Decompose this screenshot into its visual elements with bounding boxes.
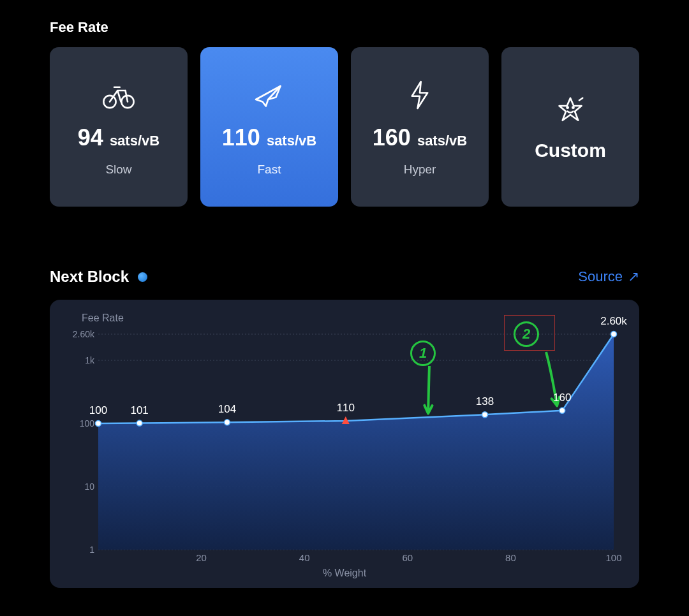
chart-point-label: 100: [89, 404, 107, 417]
bullet-icon: [138, 272, 147, 282]
chart-y-tick: 1k: [85, 355, 94, 365]
fee-card-value-line: 160 sats/vB: [373, 124, 467, 151]
bike-icon: [101, 77, 137, 113]
fee-card-label: Slow: [105, 163, 131, 177]
fee-card-custom[interactable]: Custom: [501, 47, 639, 207]
svg-point-12: [482, 412, 488, 418]
star-icon: [552, 92, 588, 128]
fee-card-label: Fast: [258, 163, 281, 177]
fee-card-value-line: 110 sats/vB: [222, 124, 316, 151]
fee-card-fast[interactable]: 110 sats/vB Fast: [200, 47, 338, 207]
chart-x-axis-title: % Weight: [63, 568, 626, 579]
chart-x-tick: 80: [505, 552, 516, 563]
fee-card-hyper[interactable]: 160 sats/vB Hyper: [351, 47, 489, 207]
fee-rate-title: Fee Rate: [50, 19, 639, 36]
bolt-icon: [402, 77, 438, 113]
chart-y-tick: 10: [84, 481, 94, 492]
fee-card-unit: sats/vB: [417, 133, 467, 149]
fee-card-value-line: 94 sats/vB: [78, 124, 159, 151]
svg-point-14: [611, 332, 617, 337]
svg-point-13: [559, 407, 565, 413]
fee-card-value: 160: [373, 124, 411, 151]
chart-y-tick: 2.60k: [73, 329, 94, 339]
chart-point-label: 2.60k: [600, 315, 627, 328]
fee-card-value: 110: [222, 124, 260, 151]
next-block-title: Next Block: [50, 268, 129, 286]
chart-point-label: 138: [476, 395, 494, 408]
source-link-label: Source: [578, 268, 623, 285]
svg-point-2: [567, 106, 568, 108]
chart-x-tick: 60: [402, 552, 413, 563]
chart-x-tick: 100: [605, 552, 621, 563]
chart-y-tick: 1: [89, 545, 94, 555]
fee-card-value: 94: [78, 124, 103, 151]
fee-card-slow[interactable]: 94 sats/vB Slow: [50, 47, 188, 207]
chart-point-label: 101: [130, 404, 148, 417]
source-link[interactable]: Source ↗: [578, 268, 639, 285]
chart-y-axis-title: Fee Rate: [82, 312, 626, 324]
chart-point-label: 104: [218, 403, 236, 416]
svg-point-10: [137, 420, 142, 426]
chart-x-tick: 20: [196, 552, 207, 563]
external-arrow-icon: ↗: [628, 268, 639, 285]
next-block-chart: Fee Rate 1101001k2.60k 20406080100 1 2 1…: [50, 300, 639, 588]
chart-point-label: 110: [337, 402, 355, 414]
fee-card-label: Hyper: [404, 163, 436, 177]
svg-point-11: [225, 420, 230, 425]
plane-icon: [251, 77, 287, 113]
chart-y-tick: 100: [80, 418, 94, 429]
fee-cards-row: 94 sats/vB Slow 110 sats/vB Fast: [50, 47, 639, 207]
fee-card-custom-label: Custom: [535, 140, 606, 161]
svg-point-3: [572, 106, 574, 108]
fee-card-unit: sats/vB: [110, 133, 159, 149]
chart-x-tick: 40: [299, 552, 310, 563]
chart-point-label: 160: [553, 392, 571, 404]
fee-card-unit: sats/vB: [267, 133, 316, 149]
